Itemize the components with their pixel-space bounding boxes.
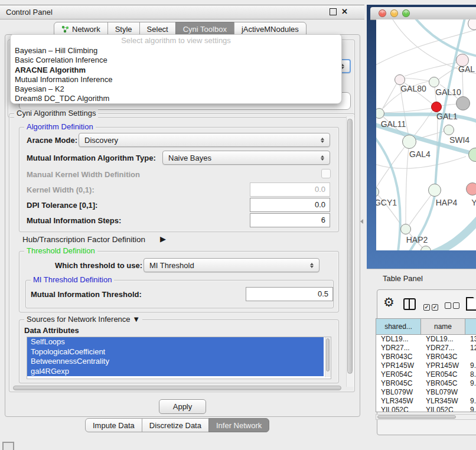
table-row[interactable]: YPR145WYPR145W9. xyxy=(376,361,476,370)
minimize-light-icon[interactable] xyxy=(390,9,398,17)
mi-threshold-label: Mutual Information Threshold: xyxy=(31,290,142,299)
node-swi4[interactable] xyxy=(444,125,454,135)
table-cell: 12 xyxy=(465,344,476,353)
cyni-settings-title: Cyni Algorithm Settings xyxy=(14,109,98,118)
mi-steps-field[interactable]: 6 xyxy=(250,213,330,227)
network-window[interactable]: GALGAL80GAL10GAL1GAL11SWI4GAL4GCY1HAP4YH… xyxy=(367,5,476,269)
algorithm-option-aracne-algorithm[interactable]: ARACNE Algorithm xyxy=(11,66,341,75)
tab-label-impute-data: Impute Data xyxy=(93,421,135,430)
data-attributes-label: Data Attributes xyxy=(24,326,79,335)
threshold-definition-title: Threshold Definition xyxy=(24,246,97,255)
dropdown-prompt: Select algorithm to view settings xyxy=(11,36,341,46)
algorithm-option-mutual-information-inference[interactable]: Mutual Information Inference xyxy=(11,75,341,84)
table-hscrollbar[interactable] xyxy=(376,414,476,420)
node-label-gal1: GAL1 xyxy=(436,112,458,121)
table-cell: YIL052C xyxy=(376,406,421,412)
node-gal4[interactable] xyxy=(402,135,416,149)
apply-button[interactable]: Apply xyxy=(159,399,206,414)
unchecked-boxes-icon[interactable] xyxy=(445,301,461,311)
splitter-handle[interactable] xyxy=(360,219,363,224)
table-cell: YLR345W xyxy=(376,397,421,406)
node-gal10[interactable] xyxy=(429,77,439,87)
table-row[interactable]: YBR045CYBR045C9. xyxy=(376,379,476,388)
threshold-definition-group: Threshold Definition Which threshold to … xyxy=(19,251,339,312)
table-row[interactable]: YER054CYER054C8. xyxy=(376,370,476,379)
network-icon xyxy=(61,25,69,33)
table-cell: 9. xyxy=(465,397,476,406)
dpi-tolerance-label: DPI Tolerance [0,1]: xyxy=(27,201,97,210)
attribute-item-betweennesscentrality[interactable]: BetweennessCentrality xyxy=(27,357,324,367)
table-cell: YDL19... xyxy=(376,335,421,344)
tab-label-style: Style xyxy=(115,25,132,34)
kernel-width-field[interactable]: 0.0 xyxy=(250,182,330,197)
table-row[interactable]: YLR345WYLR345W9. xyxy=(376,397,476,406)
tab-label-cyni-toolbox: Cyni Toolbox xyxy=(183,25,227,34)
algorithm-definition-title: Algorithm Definition xyxy=(24,122,96,131)
algorithm-definition-group: Algorithm Definition Aracne Mode: Discov… xyxy=(19,127,339,232)
manual-kernel-checkbox[interactable] xyxy=(321,169,331,178)
aracne-mode-select[interactable]: Discovery xyxy=(79,133,330,147)
tab-infer-network[interactable]: Infer Network xyxy=(208,418,269,432)
mi-threshold-field[interactable]: 0.5 xyxy=(246,287,333,301)
tab-impute-data[interactable]: Impute Data xyxy=(85,418,142,432)
settings-hscrollbar[interactable] xyxy=(13,386,344,390)
float-window-icon[interactable] xyxy=(330,8,337,15)
dpi-tolerance-field[interactable]: 0.0 xyxy=(250,198,330,212)
tab-label-select: Select xyxy=(147,25,168,34)
document-icon[interactable] xyxy=(466,297,476,311)
attribute-item-topologicalcoefficient[interactable]: TopologicalCoefficient xyxy=(27,347,324,357)
tab-discretize-data[interactable]: Discretize Data xyxy=(142,418,209,432)
close-light-icon[interactable] xyxy=(379,9,386,17)
column-header-name[interactable]: name xyxy=(421,319,465,334)
column-header-a[interactable]: A xyxy=(465,319,476,334)
node-hap4[interactable] xyxy=(428,184,441,197)
column-header-shared[interactable]: shared... xyxy=(376,319,421,334)
node-unlabeled[interactable] xyxy=(456,96,470,110)
settings-vscrollbar[interactable] xyxy=(346,116,354,387)
kernel-width-label: Kernel Width (0,1): xyxy=(27,185,94,194)
screenshot-root: Control Panel ✕ NetworkStyleSelectCyni T… xyxy=(0,0,476,450)
attributes-vscrollbar[interactable] xyxy=(325,337,331,377)
hub-definition-expander-label[interactable]: Hub/Transcription Factor Definition xyxy=(22,235,145,244)
algorithm-option-bayesian-k2[interactable]: Bayesian – K2 xyxy=(11,84,341,94)
which-threshold-select[interactable]: MI Threshold xyxy=(144,258,319,272)
data-attributes-list[interactable]: SelfLoopsTopologicalCoefficientBetweenne… xyxy=(27,337,331,379)
table-cell: YBR043C xyxy=(376,353,421,361)
expander-arrow-icon[interactable]: ▶ xyxy=(160,234,166,243)
gear-icon[interactable]: ⚙ xyxy=(383,296,395,308)
node-table: shared...nameA YDL19...YDL19...13YDR27..… xyxy=(376,318,476,412)
collapse-arrow-icon[interactable]: ▼ xyxy=(132,315,140,324)
zoom-light-icon[interactable] xyxy=(402,9,410,17)
aracne-mode-value: Discovery xyxy=(84,136,118,145)
table-cell: 9. xyxy=(465,361,476,370)
node-gal1[interactable] xyxy=(431,102,442,112)
node-label-gal11: GAL11 xyxy=(381,119,406,129)
mi-type-select[interactable]: Naive Bayes xyxy=(162,151,330,165)
attribute-item-gal4rgexp[interactable]: gal4RGexp xyxy=(27,367,324,377)
mi-threshold-definition-group: MI Threshold Definition Mutual Informati… xyxy=(25,280,334,308)
table-row[interactable]: YIL052CYIL052C9. xyxy=(376,406,476,412)
node-y[interactable] xyxy=(466,182,476,195)
table-row[interactable]: YDL19...YDL19...13 xyxy=(376,335,476,344)
algorithm-option-basic-correlation-inference[interactable]: Basic Correlation Inference xyxy=(11,56,341,65)
table-row[interactable]: YBR043CYBR043C xyxy=(376,353,476,361)
split-columns-icon[interactable] xyxy=(403,298,416,310)
algorithm-option-bayesian-hill-climbing[interactable]: Bayesian – Hill Climbing xyxy=(11,46,341,56)
sources-title-text: Sources for Network Inference xyxy=(27,315,131,324)
table-row[interactable]: YDR27...YDR27...12 xyxy=(376,344,476,353)
node-hap2[interactable] xyxy=(400,224,411,234)
node-label-gcy1: GCY1 xyxy=(376,198,397,207)
table-cell: YBR045C xyxy=(376,379,421,388)
network-window-titlebar[interactable] xyxy=(370,7,476,20)
aracne-mode-label: Aracne Mode: xyxy=(27,136,77,145)
attribute-item-selfloops[interactable]: SelfLoops xyxy=(27,337,324,347)
network-canvas[interactable]: GALGAL80GAL10GAL1GAL11SWI4GAL4GCY1HAP4YH… xyxy=(376,19,476,250)
table-cell: YER054C xyxy=(376,370,421,379)
algorithm-option-dream8-dc-tdc-algorithm[interactable]: Dream8 DC_TDC Algorithm xyxy=(11,94,341,103)
algorithm-dropdown-popup: Select algorithm to view settings Bayesi… xyxy=(10,34,342,104)
close-icon[interactable]: ✕ xyxy=(341,8,348,16)
collapsed-panel-icon[interactable] xyxy=(2,442,14,450)
checked-boxes-icon[interactable]: ✓✓ xyxy=(423,301,440,311)
node-label-gal4: GAL4 xyxy=(409,149,431,159)
table-row[interactable]: YBL079WYBL079W xyxy=(376,388,476,397)
